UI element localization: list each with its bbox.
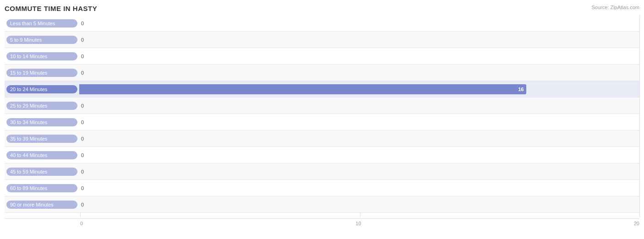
- chart-title: COMMUTE TIME IN HASTY: [5, 5, 639, 12]
- bar-row: 40 to 44 Minutes0: [5, 147, 639, 163]
- bar-track: 0: [79, 130, 639, 147]
- bar-label: 15 to 19 Minutes: [6, 69, 77, 77]
- x-axis: 01020: [5, 218, 639, 226]
- bar-track: 0: [79, 65, 639, 81]
- x-axis-label: 0: [80, 221, 83, 226]
- bar-fill: 16: [79, 84, 526, 94]
- bar-row: 5 to 9 Minutes0: [5, 32, 639, 48]
- bar-label: 25 to 29 Minutes: [6, 102, 77, 110]
- bar-row: 45 to 59 Minutes0: [5, 163, 639, 180]
- bar-track: 0: [79, 48, 639, 64]
- bar-label: 20 to 24 Minutes: [6, 85, 77, 93]
- bar-value-label: 0: [81, 54, 84, 59]
- bar-label: 90 or more Minutes: [6, 201, 77, 209]
- bar-value-label: 0: [81, 120, 84, 125]
- bar-track: 16: [79, 81, 639, 97]
- bar-value-label: 0: [81, 37, 84, 43]
- bar-label: 5 to 9 Minutes: [6, 36, 77, 44]
- bar-label: 30 to 34 Minutes: [6, 118, 77, 126]
- bar-label: 45 to 59 Minutes: [6, 168, 77, 176]
- bar-row: 90 or more Minutes0: [5, 196, 639, 213]
- grid-line: [639, 15, 640, 217]
- bar-track: 0: [79, 114, 639, 130]
- bar-track: 0: [79, 98, 639, 114]
- bar-row: 35 to 39 Minutes0: [5, 130, 639, 147]
- bar-row: 30 to 34 Minutes0: [5, 114, 639, 130]
- chart-container: COMMUTE TIME IN HASTY Source: ZipAtlas.c…: [0, 0, 644, 239]
- bar-value-label: 0: [81, 70, 84, 76]
- bar-row: 10 to 14 Minutes0: [5, 48, 639, 65]
- bar-track: 0: [79, 147, 639, 163]
- bar-row: 15 to 19 Minutes0: [5, 65, 639, 81]
- bar-track: 0: [79, 15, 639, 31]
- bar-value-label: 0: [81, 202, 84, 207]
- bars-area: Less than 5 Minutes05 to 9 Minutes010 to…: [5, 15, 639, 217]
- bar-value-label: 0: [81, 136, 84, 141]
- source-text: Source: ZipAtlas.com: [591, 5, 639, 10]
- bar-label: Less than 5 Minutes: [6, 19, 77, 27]
- bar-track: 0: [79, 196, 639, 212]
- bar-label: 35 to 39 Minutes: [6, 135, 77, 143]
- bar-label: 10 to 14 Minutes: [6, 52, 77, 60]
- bar-track: 0: [79, 32, 639, 48]
- bar-label: 40 to 44 Minutes: [6, 151, 77, 159]
- bar-value-label: 0: [81, 21, 84, 26]
- bar-value-label: 0: [81, 103, 84, 109]
- bar-row: 25 to 29 Minutes0: [5, 98, 639, 114]
- bar-value-label: 0: [81, 185, 84, 191]
- bar-value-label: 0: [81, 169, 84, 174]
- x-axis-label: 20: [634, 221, 639, 226]
- bar-row: Less than 5 Minutes0: [5, 15, 639, 32]
- bar-value-label: 0: [81, 152, 84, 158]
- bar-row: 60 to 89 Minutes0: [5, 180, 639, 196]
- bar-label: 60 to 89 Minutes: [6, 184, 77, 192]
- bar-row: 20 to 24 Minutes16: [5, 81, 639, 98]
- bar-track: 0: [79, 180, 639, 196]
- x-axis-label: 10: [355, 221, 361, 226]
- bar-track: 0: [79, 163, 639, 179]
